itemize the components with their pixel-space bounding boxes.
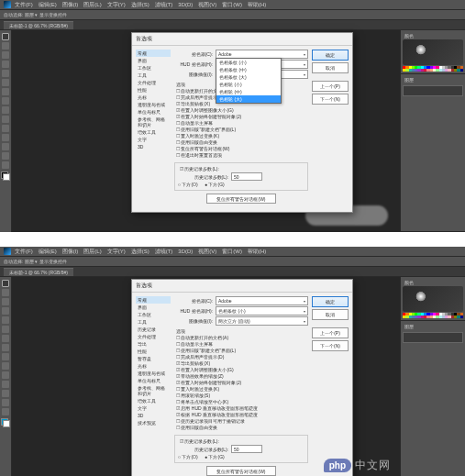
dropdown-option[interactable]: 色相条纹 (小) xyxy=(216,59,281,66)
text-tool-icon[interactable] xyxy=(2,134,9,141)
zoom-tool-icon[interactable] xyxy=(2,161,9,169)
cat-item[interactable]: 技术预览 xyxy=(136,419,171,426)
color-wheel-icon[interactable] xyxy=(403,286,463,312)
dropdown-option[interactable]: 色相条纹 (大) xyxy=(216,73,281,81)
check-item[interactable]: 在置入时调整图像大小(G) xyxy=(174,107,308,114)
menu-item[interactable]: 图像(I) xyxy=(62,248,79,256)
cat-item[interactable]: 文件处理 xyxy=(136,79,171,86)
cat-item[interactable]: 导出 xyxy=(136,340,171,348)
history-steps-input[interactable]: 50 xyxy=(231,172,262,181)
check-item[interactable]: 启用 HUD 垂直移动改变圆形画笔硬度 xyxy=(174,405,308,412)
menu-item[interactable]: 选择(S) xyxy=(131,248,149,256)
check-item[interactable]: 置入时跳过变换(K) xyxy=(174,133,308,139)
pen-tool-icon[interactable] xyxy=(2,125,9,132)
stamp-tool-icon[interactable] xyxy=(2,344,9,351)
menu-item[interactable]: 3D(D) xyxy=(178,2,193,7)
check-item[interactable]: 根据 HUD 垂直移动改变圆形画笔硬度 xyxy=(174,412,308,418)
next-button[interactable]: 下一个(N) xyxy=(312,340,349,351)
cat-item[interactable]: 单位与标尺 xyxy=(136,377,171,384)
menu-item[interactable]: 编辑(E) xyxy=(39,248,57,256)
cat-item[interactable]: 界面 xyxy=(136,57,171,64)
marquee-tool-icon[interactable] xyxy=(2,42,9,50)
cat-item[interactable]: 文字 xyxy=(136,404,171,412)
radio-option[interactable]: 下方(O) xyxy=(178,182,198,187)
shape-tool-icon[interactable] xyxy=(2,390,9,397)
layer-row[interactable] xyxy=(403,85,463,96)
document-tab[interactable]: 未标题-1 @ 66.7% (RGB/8#) xyxy=(4,21,73,29)
cat-item[interactable]: 工具 xyxy=(136,318,171,326)
check-item[interactable]: 将单击点缩放至中心(K) xyxy=(174,399,308,405)
radio-option[interactable]: 下方(O) xyxy=(178,454,198,459)
reset-warnings-button[interactable]: 复位所有警告对话框(W) xyxy=(206,194,275,204)
check-item[interactable]: 历史记录步数(L): xyxy=(178,166,304,172)
cat-item[interactable]: 工作区 xyxy=(136,64,171,72)
next-button[interactable]: 下一个(N) xyxy=(312,94,349,105)
ok-button[interactable]: 确定 xyxy=(312,50,349,61)
cat-item[interactable]: 3D xyxy=(136,143,171,150)
eyedropper-tool-icon[interactable] xyxy=(2,326,9,333)
pen-tool-icon[interactable] xyxy=(2,371,9,379)
menu-item[interactable]: 文件(F) xyxy=(15,1,33,9)
swatch[interactable] xyxy=(460,69,463,72)
check-item[interactable]: 历史记录步数(L): xyxy=(178,438,304,445)
cat-item[interactable]: 3D xyxy=(136,412,171,419)
cat-item[interactable]: 暂存盘 xyxy=(136,355,171,362)
gradient-tool-icon[interactable] xyxy=(2,362,9,370)
reset-on-quit[interactable]: 在退出时重置首选项 xyxy=(174,152,308,159)
menu-item[interactable]: 视图(V) xyxy=(198,248,216,256)
cat-item[interactable]: 光标 xyxy=(136,94,171,101)
brush-tool-icon[interactable] xyxy=(2,88,9,95)
cat-item[interactable]: 透明度与色域 xyxy=(136,101,171,108)
cat-item[interactable]: 增效工具 xyxy=(136,397,171,404)
menu-item[interactable]: 文字(Y) xyxy=(107,248,126,256)
cat-item[interactable]: 参考线、网格和切片 xyxy=(136,384,171,397)
check-item[interactable]: 使历史记录项目可用于撤销记录 xyxy=(174,418,308,425)
check-item[interactable]: 使用旧版"新建文档"界面(L) xyxy=(174,348,308,354)
hud-dropdown[interactable]: 色相条纹 (小) 色相条纹 (中) 色相条纹 (大) 色相轮 (小) 色相轮 (… xyxy=(216,58,282,104)
swatches[interactable] xyxy=(403,66,463,72)
cat-item[interactable]: 性能 xyxy=(136,86,171,94)
crop-tool-icon[interactable] xyxy=(2,70,9,77)
menu-item[interactable]: 图像(I) xyxy=(62,1,79,9)
document-tab[interactable]: 未标题-1 @ 66.7% (RGB/8#) xyxy=(4,268,73,276)
cat-item[interactable]: 光标 xyxy=(136,362,171,370)
cat-item[interactable]: 工作区 xyxy=(136,311,171,318)
ok-button[interactable]: 确定 xyxy=(312,296,349,307)
hud-combo[interactable]: 色相条纹 (小) xyxy=(216,306,308,315)
cat-item[interactable]: 历史记录 xyxy=(136,326,171,333)
dropdown-option[interactable]: 色相轮 (大) xyxy=(216,95,281,103)
lasso-tool-icon[interactable] xyxy=(2,51,9,59)
panel-tab[interactable]: 图层 xyxy=(403,323,415,330)
menu-item[interactable]: 滤镜(T) xyxy=(155,1,173,9)
dropdown-option[interactable]: 色相轮 (小) xyxy=(216,81,281,88)
swatch[interactable] xyxy=(460,315,463,318)
menu-item[interactable]: 滤镜(T) xyxy=(155,248,173,256)
panel-tab[interactable]: 颜色 xyxy=(403,279,415,286)
cat-item[interactable]: 文字 xyxy=(136,136,171,143)
prev-button[interactable]: 上一个(P) xyxy=(312,81,349,92)
cat-item[interactable]: 性能 xyxy=(136,348,171,355)
fg-bg-swatch[interactable] xyxy=(1,418,10,427)
check-item[interactable]: 在置入时始终创建智能对象(J) xyxy=(174,380,308,386)
panel-tab[interactable]: 图层 xyxy=(403,76,415,83)
menu-item[interactable]: 文字(Y) xyxy=(107,1,126,9)
hand-tool-icon[interactable] xyxy=(2,399,9,406)
stamp-tool-icon[interactable] xyxy=(2,97,9,105)
menu-item[interactable]: 窗口(W) xyxy=(222,248,242,256)
cancel-button[interactable]: 取消 xyxy=(312,62,349,73)
brush-tool-icon[interactable] xyxy=(2,335,9,342)
eyedropper-tool-icon[interactable] xyxy=(2,79,9,86)
lasso-tool-icon[interactable] xyxy=(2,298,9,305)
check-item[interactable]: 在置入时调整图像大小(G) xyxy=(174,367,308,373)
panel-tab[interactable]: 颜色 xyxy=(403,32,415,39)
check-item[interactable]: 自动显示主屏幕 xyxy=(174,120,308,127)
check-item[interactable]: 带动画效果的缩放(Z) xyxy=(174,373,308,380)
crop-tool-icon[interactable] xyxy=(2,316,9,324)
menu-item[interactable]: 3D(D) xyxy=(178,249,193,254)
cat-item[interactable]: 常规 xyxy=(136,296,171,304)
cat-item[interactable]: 单位与标尺 xyxy=(136,108,171,116)
menu-item[interactable]: 文件(F) xyxy=(15,248,33,256)
cat-item[interactable]: 增效工具 xyxy=(136,128,171,136)
menu-item[interactable]: 帮助(H) xyxy=(248,248,266,256)
swatches[interactable] xyxy=(403,313,463,318)
